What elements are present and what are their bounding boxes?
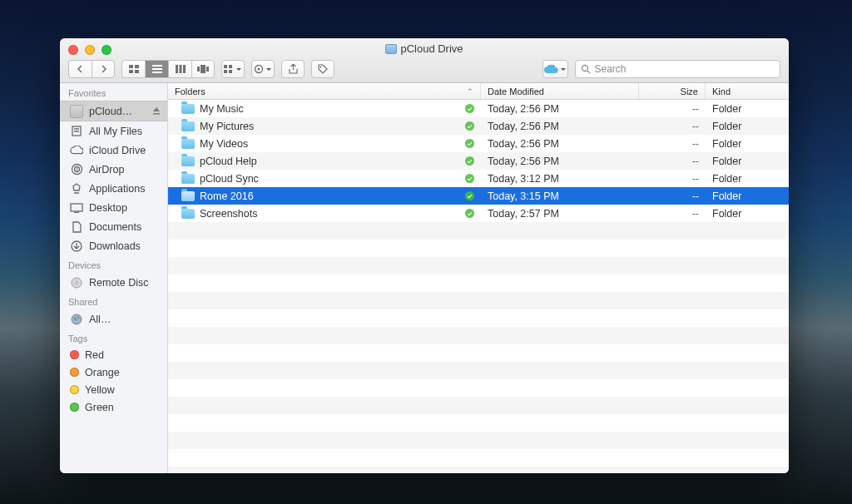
sync-ok-icon <box>465 139 474 148</box>
list-icon <box>152 65 162 73</box>
sidebar-item[interactable]: Documents <box>60 217 167 236</box>
file-name: My Videos <box>200 138 248 150</box>
table-row-empty <box>168 432 789 449</box>
folder-icon <box>181 104 195 114</box>
tag-dot-icon <box>70 403 79 412</box>
table-row-empty <box>168 274 789 292</box>
file-name: My Pictures <box>200 121 254 132</box>
svg-rect-30 <box>71 204 82 211</box>
sidebar-item[interactable]: Yellow <box>60 381 167 398</box>
svg-rect-22 <box>153 113 160 115</box>
sidebar-item[interactable]: AirDrop <box>60 160 167 179</box>
file-rows: My Music Today, 2:56 PM -- Folder My Pic… <box>168 100 789 473</box>
cell-size: -- <box>639 170 706 187</box>
table-row[interactable]: pCloud Help Today, 2:56 PM -- Folder <box>168 152 789 170</box>
svg-rect-8 <box>179 65 181 73</box>
col-date[interactable]: Date Modified <box>481 83 639 99</box>
cell-kind: Folder <box>706 205 789 222</box>
svg-rect-2 <box>129 70 133 73</box>
view-icon-button[interactable] <box>121 60 145 78</box>
cell-size: -- <box>639 117 706 135</box>
svg-point-20 <box>582 66 587 72</box>
table-row[interactable]: My Pictures Today, 2:56 PM -- Folder <box>168 117 789 135</box>
table-row[interactable]: My Music Today, 2:56 PM -- Folder <box>168 100 789 117</box>
sidebar-item[interactable]: Red <box>60 346 167 363</box>
sidebar-item[interactable]: Downloads <box>60 236 167 255</box>
sync-ok-icon <box>465 104 474 113</box>
column-headers: Folders⌃ Date Modified Size Kind <box>168 83 789 100</box>
folder-icon <box>181 139 195 149</box>
sidebar-item[interactable]: pCloud… <box>60 101 167 121</box>
sidebar-item-label: All… <box>89 314 111 325</box>
sidebar-item-label: AirDrop <box>89 164 124 175</box>
cell-size: -- <box>639 100 706 117</box>
cell-name: My Pictures <box>168 117 481 135</box>
sidebar-item[interactable]: All My Files <box>60 121 167 141</box>
table-row-empty <box>168 240 789 257</box>
sidebar-item[interactable]: Remote Disc <box>60 273 167 292</box>
back-button[interactable] <box>68 60 92 78</box>
cloud-icon <box>70 144 83 157</box>
table-row-empty <box>168 362 789 379</box>
cell-name: pCloud Help <box>168 152 481 170</box>
sidebar-header: Favorites <box>60 83 167 101</box>
view-coverflow-button[interactable] <box>191 60 215 78</box>
col-kind[interactable]: Kind <box>706 83 789 99</box>
svg-rect-9 <box>183 65 186 73</box>
action-button[interactable] <box>251 60 275 78</box>
folder-icon <box>181 174 195 184</box>
search-input[interactable]: Search <box>575 60 781 78</box>
eject-icon[interactable] <box>152 106 161 117</box>
docs-icon <box>70 220 83 234</box>
forward-button[interactable] <box>92 60 115 78</box>
view-list-button[interactable] <box>145 60 168 78</box>
svg-rect-4 <box>152 65 162 67</box>
view-column-button[interactable] <box>168 60 191 78</box>
table-row[interactable]: Rome 2016 Today, 3:15 PM -- Folder <box>168 187 789 205</box>
sort-asc-icon: ⌃ <box>467 87 473 96</box>
svg-point-35 <box>72 314 82 324</box>
sidebar-item[interactable]: Applications <box>60 179 167 198</box>
cloud-button[interactable] <box>542 60 568 78</box>
table-row[interactable]: Screenshots Today, 2:57 PM -- Folder <box>168 205 789 222</box>
sidebar-item[interactable]: Green <box>60 398 167 416</box>
sidebar-item-label: Yellow <box>85 384 115 396</box>
table-row[interactable]: pCloud Sync Today, 3:12 PM -- Folder <box>168 170 789 187</box>
col-size[interactable]: Size <box>639 83 706 99</box>
sync-ok-icon <box>465 156 474 166</box>
col-name[interactable]: Folders⌃ <box>168 83 481 99</box>
cell-size: -- <box>639 135 706 152</box>
cell-size: -- <box>639 152 706 170</box>
sidebar-item[interactable]: Desktop <box>60 198 167 217</box>
downloads-icon <box>70 240 83 253</box>
tags-button[interactable] <box>311 60 334 78</box>
chevron-right-icon <box>100 65 107 73</box>
apps-icon <box>70 182 83 195</box>
cell-name: Rome 2016 <box>168 187 481 205</box>
table-row[interactable]: My Videos Today, 2:56 PM -- Folder <box>168 135 789 152</box>
svg-rect-12 <box>206 67 209 72</box>
svg-point-19 <box>320 67 322 68</box>
svg-point-18 <box>257 68 260 71</box>
sidebar-item[interactable]: iCloud Drive <box>60 141 167 160</box>
sidebar-item[interactable]: All… <box>60 309 167 329</box>
gear-icon <box>254 64 264 74</box>
svg-point-28 <box>76 169 77 170</box>
sidebar-item[interactable]: Orange <box>60 363 167 381</box>
sidebar-item-label: Desktop <box>89 202 127 214</box>
share-button[interactable] <box>281 60 305 78</box>
folder-icon <box>181 209 195 219</box>
table-row-empty <box>168 257 789 274</box>
cell-date: Today, 2:56 PM <box>481 152 639 170</box>
sidebar: FavoritespCloud…All My FilesiCloud Drive… <box>60 83 168 473</box>
table-row-empty <box>168 379 789 397</box>
drive-icon <box>385 44 397 54</box>
table-row-empty <box>168 449 789 467</box>
table-row-empty <box>168 309 789 327</box>
arrange-button[interactable] <box>221 60 245 78</box>
sync-ok-icon <box>465 191 474 200</box>
sidebar-item-label: Orange <box>85 367 120 378</box>
tag-dot-icon <box>70 350 79 359</box>
svg-rect-15 <box>224 70 227 73</box>
cell-name: pCloud Sync <box>168 170 481 187</box>
